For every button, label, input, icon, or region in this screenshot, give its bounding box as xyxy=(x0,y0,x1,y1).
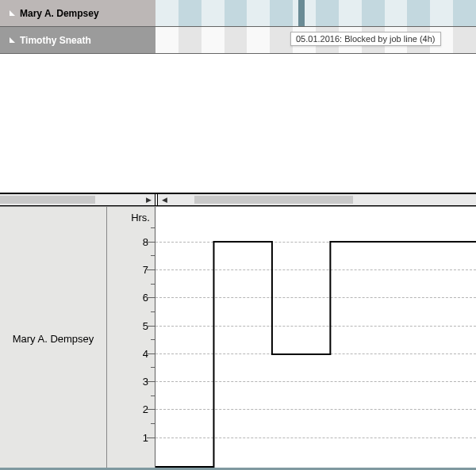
expand-icon[interactable] xyxy=(10,37,15,43)
expand-icon[interactable] xyxy=(10,10,15,16)
resource-name: Timothy Sneath xyxy=(20,35,91,46)
histogram-line xyxy=(155,242,476,467)
y-axis: Hrs. 12345678 xyxy=(107,207,155,470)
histogram-plot xyxy=(155,207,476,470)
histogram-resource-label: Mary A. Dempsey xyxy=(0,207,107,470)
timeline-panel[interactable]: 05.01.2016: Blocked by job line (4h) xyxy=(155,0,476,193)
timeline-row[interactable] xyxy=(155,0,476,27)
resource-scrollbar[interactable]: ▶ xyxy=(0,194,155,205)
resource-list: Mary A. Dempsey Timothy Sneath xyxy=(0,0,155,193)
resource-name: Mary A. Dempsey xyxy=(20,8,99,19)
y-axis-title: Hrs. xyxy=(131,212,150,224)
histogram-panel: Mary A. Dempsey Hrs. 12345678 xyxy=(0,206,476,470)
scroll-left-icon[interactable]: ◀ xyxy=(158,194,171,205)
scrollbar-row: ▶ ◀ xyxy=(0,193,476,206)
scrollbar-thumb[interactable] xyxy=(0,196,95,204)
resource-row[interactable]: Mary A. Dempsey xyxy=(0,0,155,27)
scrollbar-thumb[interactable] xyxy=(194,196,353,204)
scheduler-panel: Mary A. Dempsey Timothy Sneath 05.01.201… xyxy=(0,0,476,193)
timeline-tooltip: 05.01.2016: Blocked by job line (4h) xyxy=(290,32,441,46)
scroll-right-icon[interactable]: ▶ xyxy=(142,194,155,205)
job-block-marker[interactable] xyxy=(298,0,305,26)
timeline-scrollbar[interactable]: ◀ xyxy=(157,194,476,205)
resource-row[interactable]: Timothy Sneath xyxy=(0,27,155,54)
